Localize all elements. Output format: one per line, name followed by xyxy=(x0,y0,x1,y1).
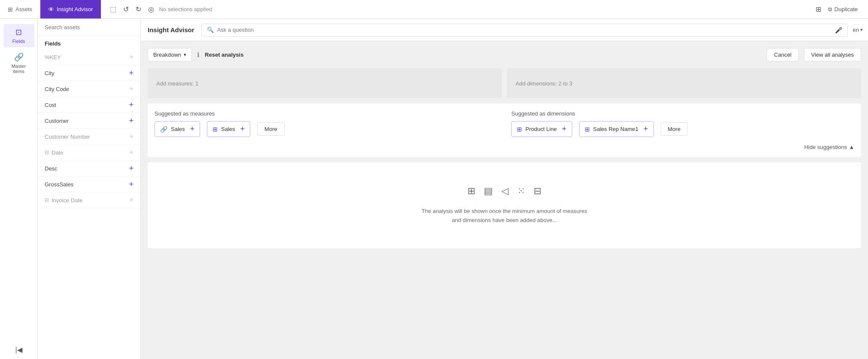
list-item[interactable]: ⊟ Invoice Date + xyxy=(38,192,140,208)
suggested-dimensions-row: ⊞ Product Line + ⊞ Sales Rep Name1 + Mor… xyxy=(511,121,854,137)
breakdown-label: Breakdown xyxy=(153,52,181,58)
ia-header: Insight Advisor 🔍 🎤 en ▾ xyxy=(141,19,868,41)
reset-analysis-button[interactable]: Reset analysis xyxy=(205,52,243,58)
list-item[interactable]: City Code + xyxy=(38,81,140,97)
list-item[interactable]: City + xyxy=(38,65,140,81)
add-field-button[interactable]: + xyxy=(129,149,134,156)
chevron-down-icon: ▾ xyxy=(860,27,863,33)
table-icon: ⊞ xyxy=(517,126,522,133)
area-chart-icon[interactable]: ◁ xyxy=(501,186,509,197)
list-item[interactable]: ⊟ Date + xyxy=(38,145,140,161)
suggested-dimensions-label: Suggested as dimensions xyxy=(511,110,854,117)
add-measures-box[interactable]: Add measures: 1 xyxy=(148,68,502,98)
search-assets-input[interactable] xyxy=(45,24,134,30)
add-row: Add measures: 1 Add dimensions: 2 to 3 xyxy=(148,68,861,98)
master-items-icon: 🔗 xyxy=(14,52,24,62)
add-field-button[interactable]: + xyxy=(129,133,134,140)
dimensions-more-button[interactable]: More xyxy=(661,122,688,136)
left-sidebar: ⊡ Fields 🔗 Master items |◀ xyxy=(0,19,38,359)
language-selector[interactable]: en ▾ xyxy=(848,27,868,33)
collapse-sidebar-button[interactable]: |◀ xyxy=(10,341,27,359)
chart-area: ⊞ ▤ ◁ ⁙ ⊟ The analysis will be shown onc… xyxy=(148,162,861,248)
sidebar-item-fields[interactable]: ⊡ Fields xyxy=(3,24,34,47)
info-icon[interactable]: ℹ xyxy=(197,51,200,59)
list-item[interactable]: Desc + xyxy=(38,161,140,176)
assets-nav-item[interactable]: ⊞ Assets xyxy=(0,0,40,18)
fields-icon: ⊡ xyxy=(15,27,22,37)
insight-advisor-nav-label: Insight Advisor xyxy=(57,6,93,12)
main-layout: ⊡ Fields 🔗 Master items |◀ Fields %KEY +… xyxy=(0,19,868,359)
select-forward-icon[interactable]: ↻ xyxy=(134,3,143,15)
add-field-button[interactable]: + xyxy=(129,196,134,204)
suggested-measures-row: 🔗 Sales + ⊞ Sales + More xyxy=(155,121,498,137)
duplicate-button[interactable]: ⧉ Duplicate xyxy=(825,4,861,15)
grid-layout-icon[interactable]: ⊞ xyxy=(816,5,821,13)
table-chart-icon[interactable]: ⊞ xyxy=(467,186,475,197)
insight-advisor-icon: 👁 xyxy=(48,6,54,13)
table-icon: ⊞ xyxy=(212,126,218,133)
add-field-button[interactable]: + xyxy=(129,85,134,93)
add-measure-button[interactable]: + xyxy=(240,125,245,134)
add-measure-button[interactable]: + xyxy=(190,125,195,134)
add-field-button[interactable]: + xyxy=(129,53,134,61)
add-dimensions-box[interactable]: Add dimensions: 2 to 3 xyxy=(507,68,861,98)
measure-chip-sales-table[interactable]: ⊞ Sales + xyxy=(207,121,250,137)
analysis-area: Breakdown ▾ ℹ Reset analysis Cancel View… xyxy=(141,41,868,359)
fields-panel-header: Fields xyxy=(38,36,140,49)
calendar-icon: ⊟ xyxy=(45,149,49,155)
suggested-measures-label: Suggested as measures xyxy=(155,110,498,117)
analysis-toolbar: Breakdown ▾ ℹ Reset analysis Cancel View… xyxy=(148,48,861,61)
main-content: Insight Advisor 🔍 🎤 en ▾ Breakdown ▾ ℹ R… xyxy=(141,19,868,359)
view-all-analyses-button[interactable]: View all analyses xyxy=(804,48,861,61)
duplicate-icon: ⧉ xyxy=(828,6,832,13)
dimension-chip-sales-rep[interactable]: ⊞ Sales Rep Name1 + xyxy=(579,121,654,137)
hide-suggestions-button[interactable]: Hide suggestions ▲ xyxy=(155,144,854,150)
assets-label: Assets xyxy=(15,6,32,12)
add-field-button[interactable]: + xyxy=(129,180,134,188)
add-field-button[interactable]: + xyxy=(129,164,134,172)
treemap-chart-icon[interactable]: ⊟ xyxy=(534,186,541,197)
suggested-section: Suggested as measures 🔗 Sales + ⊞ Sales … xyxy=(148,103,861,157)
add-dimension-button[interactable]: + xyxy=(562,125,567,134)
list-item[interactable]: Customer Number + xyxy=(38,129,140,145)
top-nav-right: ⊞ ⧉ Duplicate xyxy=(809,4,868,15)
list-item[interactable]: GrossSales + xyxy=(38,176,140,192)
add-field-button[interactable]: + xyxy=(129,101,134,109)
fields-list: %KEY + City + City Code + Cost + Custome… xyxy=(38,49,140,359)
fields-label: Fields xyxy=(12,39,25,44)
add-dimension-button[interactable]: + xyxy=(643,125,648,134)
table-icon: ⊞ xyxy=(585,126,590,133)
list-item[interactable]: Cost + xyxy=(38,97,140,113)
select-back-icon[interactable]: ↺ xyxy=(121,3,131,15)
fields-search-area xyxy=(38,19,140,36)
measure-chip-sales-master[interactable]: 🔗 Sales + xyxy=(155,121,200,137)
scatter-chart-icon[interactable]: ⁙ xyxy=(517,186,525,197)
list-item[interactable]: %KEY + xyxy=(38,49,140,65)
bar-chart-icon[interactable]: ▤ xyxy=(484,186,493,197)
list-item[interactable]: Customer + xyxy=(38,113,140,129)
lasso-select-icon[interactable]: ⬚ xyxy=(108,3,118,15)
suggested-dimensions-area: Suggested as dimensions ⊞ Product Line +… xyxy=(511,110,854,140)
top-nav: ⊞ Assets 👁 Insight Advisor ⬚ ↺ ↻ ◎ No se… xyxy=(0,0,868,19)
microphone-icon[interactable]: 🎤 xyxy=(835,27,842,33)
ia-search-bar: 🔍 🎤 xyxy=(201,24,848,37)
add-field-button[interactable]: + xyxy=(129,117,134,125)
chart-type-icons: ⊞ ▤ ◁ ⁙ ⊟ xyxy=(467,186,541,197)
dimension-chip-product-line[interactable]: ⊞ Product Line + xyxy=(511,121,572,137)
calendar-icon: ⊟ xyxy=(45,197,49,203)
measures-more-button[interactable]: More xyxy=(257,122,285,136)
add-field-button[interactable]: + xyxy=(129,69,134,77)
sidebar-item-master-items[interactable]: 🔗 Master items xyxy=(3,49,34,77)
link-icon: 🔗 xyxy=(160,126,167,133)
breakdown-button[interactable]: Breakdown ▾ xyxy=(148,48,192,61)
ia-search-input[interactable] xyxy=(217,27,832,33)
select-circle-icon[interactable]: ◎ xyxy=(146,3,156,15)
ia-title: Insight Advisor xyxy=(148,26,194,33)
insight-advisor-nav-item[interactable]: 👁 Insight Advisor xyxy=(40,0,101,18)
cancel-button[interactable]: Cancel xyxy=(767,48,798,61)
chevron-up-icon: ▲ xyxy=(849,144,854,150)
breakdown-chevron-icon: ▾ xyxy=(184,52,186,58)
assets-icon: ⊞ xyxy=(8,6,13,13)
chart-message: The analysis will be shown once the mini… xyxy=(422,207,587,225)
master-items-label: Master items xyxy=(9,64,29,74)
